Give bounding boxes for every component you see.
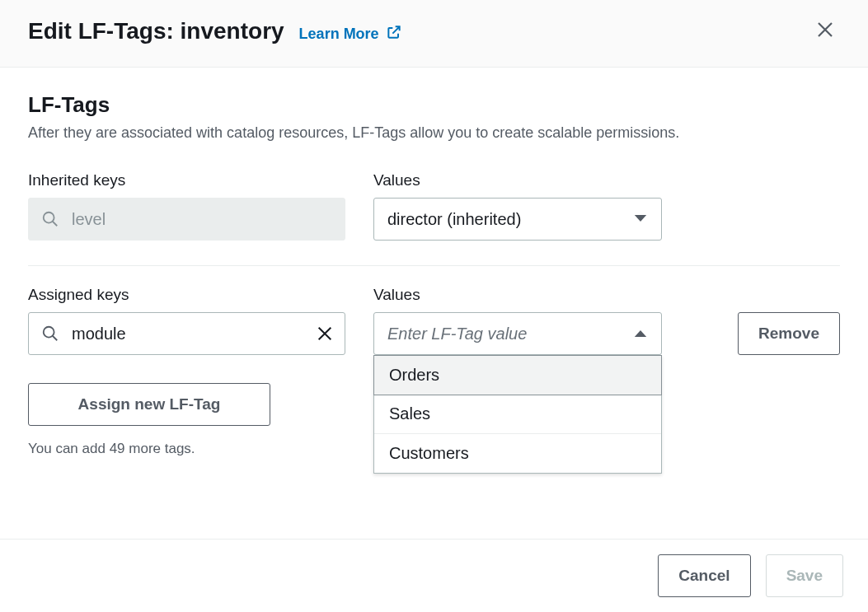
- dropdown-option[interactable]: Orders: [373, 355, 662, 395]
- svg-point-0: [44, 213, 54, 223]
- assigned-key-input[interactable]: [28, 312, 345, 355]
- dropdown-option[interactable]: Sales: [374, 395, 661, 434]
- assigned-value-placeholder: Enter LF-Tag value: [387, 325, 527, 343]
- inherited-values-label: Values: [373, 171, 662, 189]
- remove-button[interactable]: Remove: [738, 312, 840, 355]
- divider: [28, 265, 840, 266]
- assigned-row: Assigned keys Values Enter LF-Tag value: [28, 286, 840, 355]
- caret-down-icon: [633, 210, 648, 229]
- inherited-row: Inherited keys Values director (inherite…: [28, 171, 840, 241]
- dialog-footer: Cancel Save: [0, 539, 868, 612]
- assigned-values-label: Values: [373, 286, 662, 304]
- close-button[interactable]: [810, 15, 840, 47]
- assigned-value-select[interactable]: Enter LF-Tag value: [373, 312, 662, 355]
- external-link-icon: [386, 24, 402, 44]
- save-button[interactable]: Save: [766, 554, 843, 597]
- inherited-value-selected: director (inherited): [387, 210, 521, 229]
- assign-new-tag-button[interactable]: Assign new LF-Tag: [28, 383, 270, 426]
- inherited-key-input: [28, 198, 345, 241]
- learn-more-label: Learn More: [299, 26, 379, 43]
- inherited-value-select[interactable]: director (inherited): [373, 198, 662, 241]
- cancel-button[interactable]: Cancel: [658, 554, 750, 597]
- close-icon: [815, 30, 835, 42]
- dialog-header: Edit LF-Tags: inventory Learn More: [0, 0, 868, 68]
- svg-point-1: [44, 327, 54, 338]
- dropdown-option[interactable]: Customers: [374, 434, 661, 473]
- assigned-keys-label: Assigned keys: [28, 286, 345, 304]
- caret-up-icon: [633, 325, 648, 343]
- section-title: LF-Tags: [28, 92, 840, 118]
- learn-more-link[interactable]: Learn More: [299, 24, 402, 44]
- section-description: After they are associated with catalog r…: [28, 124, 840, 142]
- dialog-title: Edit LF-Tags: inventory: [28, 18, 284, 44]
- inherited-keys-label: Inherited keys: [28, 171, 345, 189]
- value-dropdown: Orders Sales Customers: [373, 355, 662, 474]
